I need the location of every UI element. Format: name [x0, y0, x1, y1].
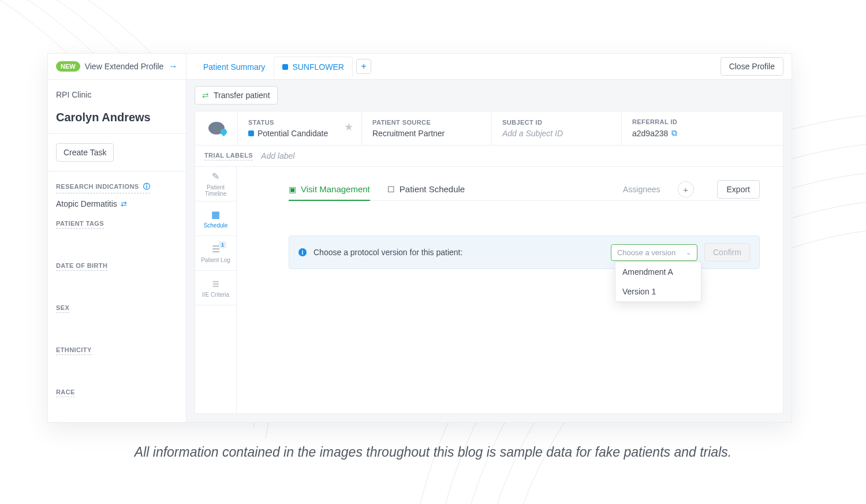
visit-mgmt-icon: ▣	[289, 185, 296, 194]
status-label: STATUS	[248, 119, 351, 126]
trial-labels-title: TRIAL LABELS	[204, 152, 253, 160]
research-indications-text: RESEARCH INDICATIONS	[56, 183, 139, 190]
tab-trial[interactable]: SUNFLOWER	[274, 57, 352, 77]
rail-patient-timeline[interactable]: ✎ Patient Timeline	[195, 167, 236, 201]
app-window: NEW View Extended Profile → RPI Clinic C…	[47, 53, 792, 423]
task-block: Create Task	[48, 134, 186, 171]
trial-heart-icon	[208, 122, 225, 135]
version-dropdown: Amendment A Version 1	[615, 262, 701, 302]
arrow-right-icon: →	[169, 61, 178, 72]
icon-rail: ✎ Patient Timeline ▦ Schedule 1 ☰ Patien…	[195, 167, 237, 413]
status-dot	[248, 130, 254, 136]
trial-color-swatch	[282, 64, 288, 70]
patient-schedule-label: Patient Schedule	[400, 184, 465, 194]
sex-section: SEX	[48, 293, 186, 335]
patient-tags-label: PATIENT TAGS	[56, 220, 104, 229]
referral-value-row: a2d9a238 ⧉	[632, 128, 772, 138]
transfer-label: Transfer patient	[214, 91, 270, 100]
research-indications-label: RESEARCH INDICATIONS ⓘ	[56, 182, 150, 193]
disclaimer-caption: All information contained in the images …	[0, 445, 866, 460]
tab-patient-summary[interactable]: Patient Summary	[195, 57, 274, 77]
rail-log-label: Patient Log	[201, 257, 230, 263]
extended-profile-link[interactable]: NEW View Extended Profile →	[48, 54, 186, 80]
referral-label: REFERRAL ID	[632, 118, 772, 125]
confirm-button[interactable]: Confirm	[704, 243, 750, 262]
tab-visit-management[interactable]: ▣ Visit Management	[289, 178, 370, 201]
ethnicity-section: ETHNICITY	[48, 335, 186, 377]
content-tabs: ▣ Visit Management ☐ Patient Schedule As…	[289, 178, 760, 201]
tabbar: Patient Summary SUNFLOWER + Close Profil…	[186, 54, 792, 80]
assignees-add-button[interactable]: +	[678, 181, 694, 197]
calendar-icon: ▦	[211, 209, 220, 220]
banner-text: Choose a protocol version for this patie…	[313, 248, 604, 257]
patient-header: RPI Clinic Carolyn Andrews	[48, 80, 186, 134]
tab-summary-label: Patient Summary	[203, 62, 265, 72]
clinic-name: RPI Clinic	[56, 90, 178, 99]
pencil-icon: ✎	[212, 171, 219, 182]
indication-row[interactable]: Atopic Dermatitis ⇄	[56, 199, 178, 208]
race-section: RACE	[48, 377, 186, 403]
status-cell[interactable]: STATUS Potential Candidate ★	[238, 111, 362, 145]
copy-icon[interactable]: ⧉	[671, 128, 677, 138]
protocol-banner: i Choose a protocol version for this pat…	[289, 236, 760, 269]
favorite-star-icon[interactable]: ★	[344, 121, 353, 133]
rail-log-badge: 1	[219, 241, 226, 248]
patient-name: Carolyn Andrews	[56, 111, 178, 124]
main-panel: Patient Summary SUNFLOWER + Close Profil…	[186, 54, 792, 422]
tab-patient-schedule[interactable]: ☐ Patient Schedule	[387, 178, 465, 201]
rail-ie-label: I/E Criteria	[202, 292, 229, 298]
rail-schedule[interactable]: ▦ Schedule	[195, 201, 236, 236]
referral-id-cell: REFERRAL ID a2d9a238 ⧉	[622, 111, 783, 145]
patient-tags-section: PATIENT TAGS	[48, 208, 186, 251]
subject-label: SUBJECT ID	[502, 119, 611, 126]
visit-mgmt-label: Visit Management	[301, 184, 370, 194]
research-indications-section: RESEARCH INDICATIONS ⓘ Atopic Dermatitis…	[48, 171, 186, 208]
dropdown-option-amendment-a[interactable]: Amendment A	[615, 262, 701, 282]
indication-value: Atopic Dermatitis	[56, 199, 117, 208]
race-label: RACE	[56, 389, 75, 397]
trial-icon-cell	[195, 111, 238, 145]
source-label: PATIENT SOURCE	[372, 119, 481, 126]
status-value-row: Potential Candidate	[248, 129, 351, 138]
sex-label: SEX	[56, 304, 69, 313]
assignees-label: Assignees	[623, 185, 660, 194]
subject-placeholder: Add a Subject ID	[502, 129, 611, 138]
chevron-down-icon: ⌄	[686, 249, 691, 256]
version-placeholder: Choose a version	[617, 248, 675, 257]
extended-profile-label: View Extended Profile	[85, 62, 164, 71]
export-button[interactable]: Export	[717, 180, 760, 199]
rail-ie-criteria[interactable]: ≣ I/E Criteria	[195, 271, 236, 305]
banner-info-icon: i	[298, 248, 307, 256]
referral-value: a2d9a238	[632, 129, 668, 138]
create-task-button[interactable]: Create Task	[56, 143, 114, 162]
dropdown-option-version-1[interactable]: Version 1	[615, 282, 701, 301]
tab-trial-label: SUNFLOWER	[292, 62, 344, 72]
subject-id-cell[interactable]: SUBJECT ID Add a Subject ID	[492, 111, 622, 145]
rail-schedule-label: Schedule	[204, 222, 228, 229]
rail-patient-log[interactable]: 1 ☰ Patient Log	[195, 236, 236, 271]
dob-section: DATE OF BIRTH	[48, 251, 186, 293]
swap-icon: ⇄	[121, 200, 127, 208]
close-profile-button[interactable]: Close Profile	[721, 57, 783, 76]
status-value: Potential Candidate	[257, 129, 328, 138]
source-value: Recruitment Partner	[372, 129, 481, 138]
content-main: ▣ Visit Management ☐ Patient Schedule As…	[237, 167, 783, 413]
new-badge: NEW	[56, 61, 80, 72]
transfer-patient-button[interactable]: ⇄ Transfer patient	[195, 86, 278, 104]
schedule-icon: ☐	[387, 185, 395, 194]
transfer-icon: ⇄	[202, 91, 209, 100]
info-icon[interactable]: ⓘ	[143, 182, 150, 192]
action-row: ⇄ Transfer patient	[186, 80, 792, 111]
tab-add-button[interactable]: +	[356, 59, 371, 74]
content-row: ✎ Patient Timeline ▦ Schedule 1 ☰ Patien…	[195, 167, 783, 414]
rail-timeline-label: Patient Timeline	[195, 184, 236, 197]
patient-info-strip: STATUS Potential Candidate ★ PATIENT SOU…	[195, 111, 783, 145]
trial-labels-strip: TRIAL LABELS Add label	[195, 145, 783, 167]
source-cell: PATIENT SOURCE Recruitment Partner	[362, 111, 492, 145]
ethnicity-label: ETHNICITY	[56, 346, 92, 355]
dob-label: DATE OF BIRTH	[56, 262, 107, 271]
sidebar: NEW View Extended Profile → RPI Clinic C…	[48, 54, 186, 422]
add-label-link[interactable]: Add label	[261, 151, 294, 160]
list-icon: ≣	[212, 278, 219, 289]
protocol-version-select[interactable]: Choose a version ⌄	[611, 244, 697, 261]
